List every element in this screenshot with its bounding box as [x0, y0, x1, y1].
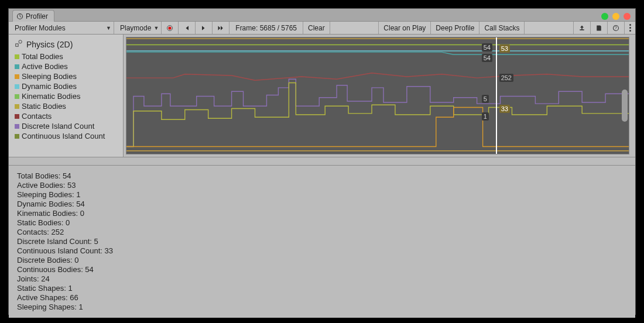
save-button[interactable] — [591, 22, 608, 34]
next-frame-button[interactable] — [196, 22, 213, 34]
detail-row: Sleeping Shapes: 1 — [17, 303, 627, 312]
save-icon — [595, 25, 602, 32]
tab-label: Profiler — [26, 12, 48, 20]
legend-swatch — [15, 54, 19, 59]
minimize-button[interactable] — [601, 13, 608, 20]
legend-label: Total Bodies — [22, 52, 63, 61]
legend-label: Continuous Island Count — [22, 132, 105, 140]
module-title-text: Physics (2D) — [26, 40, 73, 49]
svg-point-2 — [169, 26, 172, 29]
splitter[interactable] — [9, 157, 635, 166]
legend-swatch — [15, 84, 19, 89]
legend-item[interactable]: Sleeping Bodies — [9, 71, 123, 81]
skip-back-icon — [183, 25, 190, 32]
chart-value-marker: 54 — [482, 54, 492, 62]
detail-row: Discrete Bodies: 0 — [17, 256, 627, 265]
detail-row: Active Shapes: 66 — [17, 293, 627, 303]
record-button[interactable] — [162, 22, 179, 34]
chart-value-marker: 5 — [482, 95, 489, 103]
chevron-down-icon: ▼ — [153, 25, 159, 31]
legend-item[interactable]: Static Bodies — [9, 101, 123, 111]
maximize-button[interactable] — [612, 13, 619, 20]
dropdown-label: Profiler Modules — [15, 24, 66, 32]
chevron-down-icon: ▼ — [106, 25, 111, 31]
detail-row: Continuous Island Count: 33 — [17, 246, 627, 256]
toolbar: Profiler Modules ▼ Playmode ▼ — [9, 22, 635, 35]
kebab-dot — [629, 30, 631, 32]
legend-swatch — [15, 114, 19, 119]
tab-profiler[interactable]: Profiler — [12, 10, 54, 22]
module-sidebar: Physics (2D) Total BodiesActive BodiesSl… — [9, 35, 124, 157]
clear-button[interactable]: Clear — [303, 22, 330, 34]
legend-item[interactable]: Kinematic Bodies — [9, 91, 123, 101]
chart-value-marker: 54 — [482, 43, 492, 51]
button-label: Deep Profile — [436, 24, 474, 32]
detail-row: Static Shapes: 1 — [17, 284, 627, 293]
call-stacks-button[interactable]: Call Stacks — [479, 22, 525, 34]
legend-label: Active Bodies — [22, 62, 68, 71]
tab-bar: Profiler — [9, 9, 635, 22]
fast-forward-icon — [217, 25, 224, 32]
physics2d-icon — [15, 39, 23, 49]
legend-label: Sleeping Bodies — [22, 72, 77, 81]
help-icon: ? — [612, 25, 619, 32]
kebab-dot — [629, 27, 631, 29]
detail-row: Joints: 24 — [17, 274, 627, 284]
svg-point-6 — [19, 40, 22, 43]
current-frame-button[interactable] — [213, 22, 229, 34]
legend-item[interactable]: Total Bodies — [9, 51, 123, 61]
chart-area[interactable]: 5453542525331 — [126, 37, 629, 154]
frame-indicator: Frame: 5685 / 5765 — [229, 22, 303, 34]
legend-item[interactable]: Contacts — [9, 111, 123, 121]
help-button[interactable]: ? — [608, 22, 625, 34]
skip-forward-icon — [200, 25, 207, 32]
svg-rect-5 — [16, 44, 18, 46]
detail-row: Dynamic Bodies: 54 — [17, 200, 627, 209]
prev-frame-button[interactable] — [179, 22, 196, 34]
detail-row: Kinematic Bodies: 0 — [17, 209, 627, 218]
profiler-icon — [16, 13, 23, 20]
toolbar-spacer — [330, 22, 379, 34]
legend-swatch — [15, 124, 19, 129]
context-menu-button[interactable] — [625, 22, 635, 34]
deep-profile-button[interactable]: Deep Profile — [431, 22, 479, 34]
legend-label: Contacts — [22, 112, 52, 121]
toolbar-spacer — [525, 22, 574, 34]
dropdown-label: Playmode — [120, 24, 151, 32]
chart-value-marker: 1 — [482, 112, 489, 121]
legend-label: Dynamic Bodies — [22, 82, 77, 91]
chart-scrollbar[interactable] — [622, 40, 628, 152]
detail-row: Static Bodies: 0 — [17, 218, 627, 228]
window-controls — [601, 13, 631, 20]
profiler-modules-dropdown[interactable]: Profiler Modules ▼ — [9, 22, 114, 34]
legend-label: Discrete Island Count — [22, 122, 94, 130]
close-button[interactable] — [624, 13, 631, 20]
playmode-dropdown[interactable]: Playmode ▼ — [114, 22, 162, 34]
detail-row: Discrete Island Count: 5 — [17, 237, 627, 246]
legend-item[interactable]: Dynamic Bodies — [9, 81, 123, 91]
clear-on-play-button[interactable]: Clear on Play — [379, 22, 431, 34]
details-panel: Total Bodies: 54Active Bodies: 53Sleepin… — [9, 166, 635, 318]
frame-text: Frame: 5685 / 5765 — [235, 24, 297, 32]
legend-item[interactable]: Continuous Island Count — [9, 131, 123, 141]
detail-row: Active Bodies: 53 — [17, 181, 627, 190]
legend-swatch — [15, 104, 19, 109]
detail-row: Sleeping Bodies: 1 — [17, 190, 627, 200]
legend-item[interactable]: Active Bodies — [9, 61, 123, 71]
svg-text:?: ? — [615, 26, 617, 30]
button-label: Clear — [308, 24, 325, 32]
legend-swatch — [15, 134, 19, 139]
chart-value-marker: 53 — [499, 44, 510, 53]
legend-item[interactable]: Discrete Island Count — [9, 121, 123, 131]
profiler-body: Physics (2D) Total BodiesActive BodiesSl… — [9, 35, 635, 157]
frame-cursor[interactable] — [496, 37, 497, 154]
legend-swatch — [15, 74, 19, 79]
button-label: Clear on Play — [383, 24, 426, 32]
module-title[interactable]: Physics (2D) — [9, 38, 123, 51]
legend-swatch — [15, 94, 19, 99]
legend-swatch — [15, 64, 19, 69]
scroll-thumb[interactable] — [622, 90, 628, 122]
load-icon — [578, 25, 585, 32]
profiler-window: Profiler Profiler Modules ▼ Playmode ▼ — [8, 8, 636, 315]
load-button[interactable] — [574, 22, 591, 34]
